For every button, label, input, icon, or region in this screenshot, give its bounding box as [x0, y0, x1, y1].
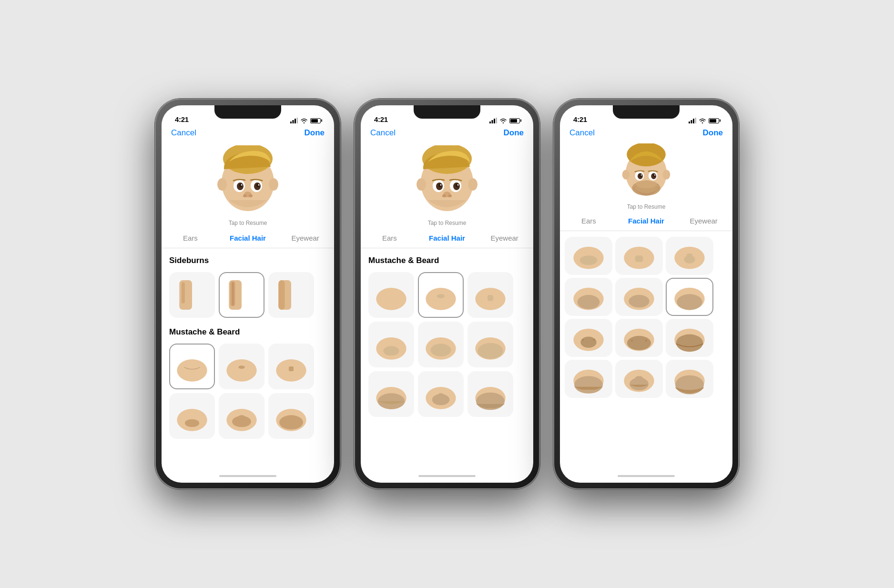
tab-facial-hair-1[interactable]: Facial Hair [219, 232, 277, 244]
status-icons-2 [489, 118, 520, 123]
tab-eyewear-1[interactable]: Eyewear [276, 232, 334, 244]
beard-option-2-2[interactable] [219, 393, 264, 439]
svg-point-127 [574, 376, 603, 394]
tab-facial-hair-2[interactable]: Facial Hair [418, 232, 476, 244]
beard-p2-6[interactable] [467, 322, 513, 367]
beard-p3-7[interactable] [565, 319, 612, 357]
svg-point-68 [477, 343, 503, 359]
phone-2-screen: 4:21 [361, 105, 533, 483]
beard-p3-11[interactable] [615, 360, 663, 398]
svg-rect-61 [488, 295, 493, 301]
beard-option-1-1[interactable] [169, 344, 215, 389]
svg-rect-19 [179, 280, 192, 310]
signal-icon-1 [290, 118, 298, 123]
svg-point-14 [241, 184, 243, 186]
sideburn-option-2[interactable] [219, 272, 264, 318]
beard-p3-4[interactable] [565, 278, 612, 316]
tab-eyewear-3[interactable]: Eyewear [675, 215, 732, 227]
svg-point-6 [269, 178, 278, 191]
svg-point-35 [238, 415, 244, 418]
svg-point-27 [226, 359, 256, 382]
beard-p3-8[interactable] [615, 319, 663, 357]
svg-rect-38 [489, 122, 491, 123]
beard-p3-12[interactable] [666, 360, 713, 398]
tab-eyewear-2[interactable]: Eyewear [476, 232, 533, 244]
svg-point-37 [279, 415, 303, 429]
svg-rect-0 [290, 122, 292, 123]
battery-fill-3 [710, 119, 716, 122]
beard-p2-3[interactable] [467, 272, 513, 318]
phone-1-screen: 4:21 [162, 105, 334, 483]
svg-rect-3 [297, 118, 298, 123]
svg-point-95 [634, 184, 635, 185]
sideburn-option-1[interactable] [169, 272, 215, 318]
svg-point-63 [383, 346, 399, 355]
category-tabs-1: Ears Facial Hair Eyewear [162, 228, 334, 248]
beard-p3-10[interactable] [565, 360, 612, 398]
sideburn-option-3[interactable] [268, 272, 314, 318]
beard-p2-9[interactable] [467, 371, 513, 417]
phones-container: 4:21 [155, 99, 739, 489]
cancel-button-2[interactable]: Cancel [370, 128, 396, 138]
svg-rect-79 [695, 118, 697, 123]
beard-p3-3[interactable] [666, 237, 713, 275]
cancel-button-3[interactable]: Cancel [569, 128, 595, 138]
home-indicator-3 [560, 469, 732, 483]
tap-to-resume-1[interactable]: Tap to Resume [229, 220, 267, 226]
memoji-avatar-3[interactable] [620, 143, 672, 201]
svg-point-107 [686, 253, 692, 257]
tap-to-resume-3[interactable]: Tap to Resume [627, 203, 666, 210]
time-1: 4:21 [175, 115, 189, 123]
beard-p3-1[interactable] [565, 237, 612, 275]
svg-point-125 [676, 335, 703, 352]
tab-ears-2[interactable]: Ears [361, 232, 418, 244]
svg-rect-2 [295, 119, 296, 123]
beard-p3-5[interactable] [615, 278, 663, 316]
done-button-2[interactable]: Done [504, 128, 524, 138]
svg-rect-76 [689, 122, 690, 123]
svg-rect-25 [278, 280, 284, 310]
avatar-area-1: Tap to Resume [162, 142, 334, 228]
sideburns-grid-1 [169, 272, 326, 318]
beard-p2-7[interactable] [368, 371, 414, 417]
svg-point-96 [636, 186, 637, 187]
beard-option-1-3[interactable] [268, 344, 314, 389]
beard-p2-4[interactable] [368, 322, 414, 367]
beard-p2-8[interactable] [418, 371, 464, 417]
home-bar-2 [418, 475, 476, 477]
beard-p2-5[interactable] [418, 322, 464, 367]
svg-point-121 [627, 336, 651, 350]
tap-to-resume-2[interactable]: Tap to Resume [428, 220, 467, 226]
content-area-3 [560, 231, 732, 469]
beard-p2-2[interactable] [418, 272, 464, 318]
beard-p3-9[interactable] [666, 319, 713, 357]
tab-facial-hair-3[interactable]: Facial Hair [618, 215, 675, 227]
beard-option-1-2[interactable] [219, 344, 264, 389]
tab-ears-3[interactable]: Ears [560, 215, 618, 227]
done-button-3[interactable]: Done [703, 128, 723, 138]
memoji-avatar-1[interactable] [214, 145, 281, 217]
beard-option-2-3[interactable] [268, 393, 314, 439]
tab-ears-1[interactable]: Ears [162, 232, 219, 244]
time-2: 4:21 [374, 115, 388, 123]
svg-point-115 [686, 294, 693, 298]
content-area-2: Mustache & Beard [361, 248, 533, 469]
svg-point-15 [258, 184, 260, 186]
beard-option-2-1[interactable] [169, 393, 215, 439]
memoji-avatar-2[interactable] [414, 145, 480, 217]
svg-point-119 [593, 339, 595, 341]
beard-p3-6[interactable] [666, 278, 713, 316]
svg-point-52 [440, 184, 442, 186]
home-indicator-2 [361, 469, 533, 483]
nav-bar-2: Cancel Done [361, 126, 533, 142]
wifi-icon-1 [300, 118, 308, 123]
svg-point-91 [654, 174, 655, 175]
beard-p3-2[interactable] [615, 237, 663, 275]
svg-point-17 [243, 194, 247, 197]
cancel-button-1[interactable]: Cancel [171, 128, 196, 138]
svg-point-58 [426, 288, 456, 310]
svg-point-100 [658, 187, 659, 188]
avatar-area-2: Tap to Resume [361, 142, 533, 228]
done-button-1[interactable]: Done [305, 128, 325, 138]
beard-p2-1[interactable] [368, 272, 414, 318]
